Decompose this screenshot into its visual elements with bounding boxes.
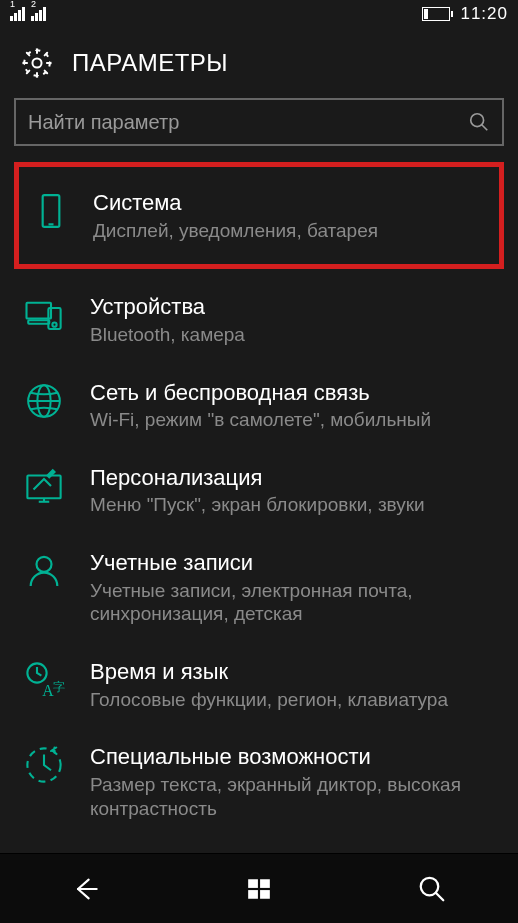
settings-item-personalization[interactable]: Персонализация Меню "Пуск", экран блокир… [0, 448, 518, 533]
item-title: Специальные возможности [90, 743, 500, 771]
item-title: Устройства [90, 293, 500, 321]
svg-rect-7 [28, 321, 49, 325]
status-bar: 1 2 11:20 [0, 0, 518, 28]
back-button[interactable] [56, 859, 116, 919]
svg-rect-24 [248, 890, 258, 899]
search-input[interactable] [28, 111, 468, 134]
item-title: Персонализация [90, 464, 500, 492]
settings-item-accounts[interactable]: Учетные записи Учетные записи, электронн… [0, 533, 518, 642]
item-title: Время и язык [90, 658, 500, 686]
item-subtitle: Меню "Пуск", экран блокировки, звуки [90, 493, 500, 517]
device-icon [29, 189, 73, 233]
svg-point-0 [32, 58, 41, 67]
settings-item-network[interactable]: Сеть и беспроводная связь Wi-Fi, режим "… [0, 363, 518, 448]
account-icon [22, 549, 66, 593]
search-icon [468, 111, 490, 133]
settings-item-time-language[interactable]: A 字 Время и язык Голосовые функции, реги… [0, 642, 518, 727]
globe-icon [22, 379, 66, 423]
start-button[interactable] [229, 859, 289, 919]
signal-sim2-icon: 2 [31, 7, 46, 21]
item-subtitle: Дисплей, уведомления, батарея [93, 219, 485, 243]
settings-item-system[interactable]: Система Дисплей, уведомления, батарея [14, 162, 504, 269]
devices-icon [22, 293, 66, 337]
settings-item-devices[interactable]: Устройства Bluetooth, камера [0, 277, 518, 362]
svg-point-2 [471, 114, 484, 127]
clock: 11:20 [460, 4, 508, 24]
time-language-icon: A 字 [22, 658, 66, 702]
gear-icon [20, 46, 54, 80]
item-title: Сеть и беспроводная связь [90, 379, 500, 407]
page-title: ПАРАМЕТРЫ [72, 49, 228, 77]
svg-rect-22 [248, 879, 258, 888]
page-header: ПАРАМЕТРЫ [0, 28, 518, 98]
item-subtitle: Wi-Fi, режим "в самолете", мобильный [90, 408, 500, 432]
battery-icon [422, 7, 450, 21]
navigation-bar [0, 853, 518, 923]
svg-rect-4 [43, 195, 60, 227]
svg-text:字: 字 [53, 680, 65, 694]
settings-list: Система Дисплей, уведомления, батарея Ус… [0, 152, 518, 853]
item-title: Учетные записи [90, 549, 500, 577]
svg-point-16 [37, 557, 52, 572]
item-subtitle: Bluetooth, камера [90, 323, 500, 347]
personalize-icon [22, 464, 66, 508]
search-button[interactable] [402, 859, 462, 919]
settings-item-accessibility[interactable]: Специальные возможности Размер текста, э… [0, 727, 518, 836]
item-subtitle: Голосовые функции, регион, клавиатура [90, 688, 500, 712]
item-subtitle: Размер текста, экранный диктор, высокая … [90, 773, 500, 821]
accessibility-icon [22, 743, 66, 787]
svg-point-9 [52, 323, 56, 327]
signal-sim1-icon: 1 [10, 7, 25, 21]
search-box[interactable] [14, 98, 504, 146]
item-subtitle: Учетные записи, электронная почта, синхр… [90, 579, 500, 627]
item-title: Система [93, 189, 485, 217]
svg-line-3 [482, 125, 488, 131]
svg-line-27 [435, 892, 443, 900]
svg-rect-25 [260, 890, 270, 899]
svg-rect-23 [260, 879, 270, 888]
